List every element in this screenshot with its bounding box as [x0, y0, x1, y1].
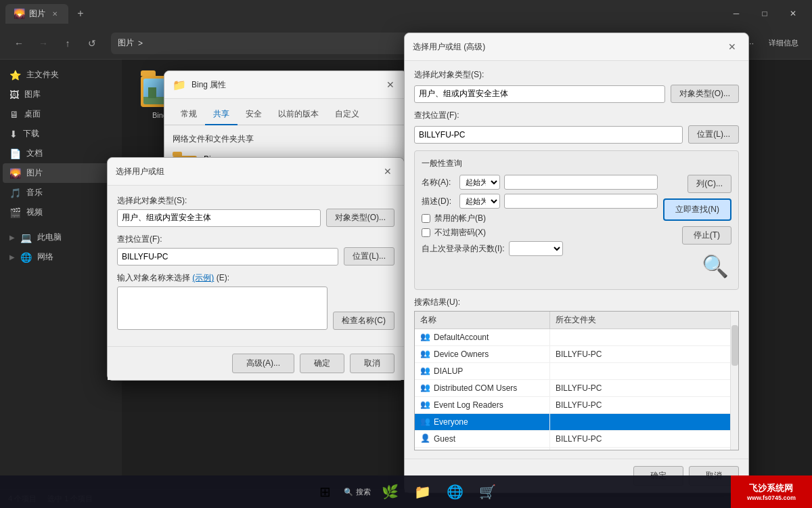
tab-custom[interactable]: 自定义 [327, 104, 367, 125]
name-query-row: 名称(A): 起始为 [422, 175, 658, 190]
days-select[interactable] [509, 241, 563, 256]
result-location-distributedcom: BILLYFU-PC [550, 380, 730, 396]
result-name-guest: 👤 Guest [415, 431, 550, 447]
adv-location-value: BILLYFU-PC [414, 126, 683, 144]
name-select[interactable]: 起始为 [459, 175, 500, 190]
start-btn[interactable]: ⊞ [311, 478, 338, 505]
taskbar-app3[interactable]: 🌐 [441, 478, 468, 505]
sidebar-item-documents[interactable]: 📄 文档 [3, 144, 119, 163]
taskbar-app2[interactable]: 📁 [409, 478, 436, 505]
user-group-icon: 👥 [420, 417, 431, 427]
select-user-body: 选择此对象类型(S): 用户、组或内置安全主体 对象类型(O)... 查找位置(… [108, 186, 404, 346]
new-tab-btn[interactable]: + [71, 4, 90, 23]
select-user-title-bar: 选择用户或组 ✕ [108, 158, 404, 186]
close-btn[interactable]: ✕ [780, 4, 807, 23]
tab-close-btn[interactable]: ✕ [49, 8, 60, 19]
object-type-label: 选择此对象类型(S): [117, 195, 394, 207]
result-row-deviceowners[interactable]: 👥 Device Owners BILLYFU-PC [415, 346, 730, 363]
name-input[interactable] [504, 175, 658, 190]
results-scrollbar[interactable] [730, 312, 738, 450]
taskbar: ⊞ 🔍 搜索 🌿 📁 🌐 🛒 ▲ 中 飞沙系统网 www.fs0745.com [0, 475, 812, 508]
sidebar-label-home: 主文件夹 [26, 69, 59, 81]
object-type-btn[interactable]: 对象类型(O)... [326, 209, 394, 227]
detail-btn[interactable]: 详细信息 [763, 33, 804, 54]
advanced-body: 选择此对象类型(S): 用户、组或内置安全主体 对象类型(O)... 查找位置(… [405, 61, 748, 459]
sidebar-label-desktop: 桌面 [24, 108, 41, 120]
explorer-tab[interactable]: 🌄 图片 ✕ [5, 4, 68, 24]
videos-icon: 🎬 [9, 207, 21, 218]
col-btn[interactable]: 列(C)... [687, 175, 731, 193]
user-group-icon: 👥 [420, 366, 431, 377]
downloads-icon: ⬇ [9, 129, 18, 140]
result-row-dialup[interactable]: 👥 DIALUP [415, 363, 730, 380]
result-row-defaultaccount[interactable]: 👥 DefaultAccount [415, 329, 730, 346]
sidebar-item-home[interactable]: ⭐ 主文件夹 [3, 65, 119, 85]
address-text: 图片 [118, 37, 134, 49]
forward-btn[interactable]: → [32, 33, 54, 54]
result-row-everyone[interactable]: 👥 Everyone [415, 414, 730, 431]
sidebar-item-videos[interactable]: 🎬 视频 [3, 203, 119, 222]
desc-input[interactable] [504, 194, 658, 209]
refresh-btn[interactable]: ↺ [81, 33, 103, 54]
advanced-close-btn[interactable]: ✕ [724, 39, 740, 55]
adv-location-btn[interactable]: 位置(L)... [688, 125, 739, 144]
result-row-eventlog[interactable]: 👥 Event Log Readers BILLYFU-PC [415, 397, 730, 414]
select-user-close[interactable]: ✕ [380, 163, 396, 179]
taskbar-app4[interactable]: 🛒 [474, 478, 501, 505]
stop-btn[interactable]: 停止(T) [682, 226, 731, 245]
sidebar-item-downloads[interactable]: ⬇ 下载 [3, 124, 119, 144]
taskbar-app1[interactable]: 🌿 [376, 478, 403, 505]
maximize-btn[interactable]: □ [751, 4, 778, 23]
sidebar-item-pictures[interactable]: 🌄 图片 [3, 163, 119, 183]
results-label: 搜索结果(U): [414, 297, 739, 308]
adv-object-type-btn[interactable]: 对象类型(O)... [671, 85, 739, 103]
sidebar-item-gallery[interactable]: 🖼 图库 [3, 85, 119, 104]
disabled-accounts-checkbox[interactable] [422, 214, 430, 223]
non-expiring-checkbox[interactable] [422, 228, 430, 237]
sidebar-label-computer: 此电脑 [37, 232, 62, 243]
result-row-guests[interactable]: 👥 Guests BILLYFU-PC [415, 448, 730, 450]
search-label: 🔍 搜索 [344, 487, 370, 497]
adv-object-type-value: 用户、组或内置安全主体 [414, 85, 665, 103]
brand-logo: 飞沙系统网 www.fs0745.com [731, 475, 812, 508]
up-btn[interactable]: ↑ [57, 33, 78, 54]
sidebar-item-computer[interactable]: ▶ 💻 此电脑 [3, 228, 119, 247]
ok-btn[interactable]: 确定 [300, 354, 344, 373]
sidebar-label-pictures: 图片 [26, 167, 43, 179]
music-icon: 🎵 [9, 188, 21, 198]
brand-name: 飞沙系统网 [749, 482, 793, 494]
desktop-icon: 🖥 [9, 109, 19, 120]
enter-row: 检查名称(C) [117, 287, 394, 330]
tab-security[interactable]: 安全 [238, 104, 270, 125]
result-row-guest[interactable]: 👤 Guest BILLYFU-PC [415, 431, 730, 448]
advanced-btn[interactable]: 高级(A)... [232, 354, 294, 373]
bing-dialog-close[interactable]: ✕ [382, 77, 399, 93]
result-location-defaultaccount [550, 329, 730, 345]
result-name-dialup: 👥 DIALUP [415, 363, 550, 379]
minimize-btn[interactable]: ─ [723, 4, 750, 23]
adv-object-type-label: 选择此对象类型(S): [414, 69, 739, 81]
check-name-btn[interactable]: 检查名称(C) [333, 312, 394, 330]
non-expiring-row: 不过期密码(X) [422, 227, 658, 238]
location-btn[interactable]: 位置(L)... [344, 247, 394, 266]
sidebar-item-music[interactable]: 🎵 音乐 [3, 183, 119, 203]
sidebar-item-network[interactable]: ▶ 🌐 网络 [3, 247, 119, 267]
adv-location-row: BILLYFU-PC 位置(L)... [414, 125, 739, 144]
result-row-distributedcom[interactable]: 👥 Distributed COM Users BILLYFU-PC [415, 380, 730, 397]
result-name-eventlog: 👥 Event Log Readers [415, 397, 550, 413]
example-link[interactable]: (示例) [192, 273, 214, 282]
tab-previous[interactable]: 以前的版本 [270, 104, 327, 125]
back-btn[interactable]: ← [8, 33, 30, 54]
search-now-btn[interactable]: 立即查找(N) [663, 198, 731, 221]
cancel-btn[interactable]: 取消 [350, 354, 394, 373]
enter-textarea[interactable] [117, 287, 328, 330]
sidebar-item-desktop[interactable]: 🖥 桌面 [3, 104, 119, 124]
col-name-header: 名称 [415, 312, 550, 329]
search-btn[interactable]: 🔍 搜索 [344, 478, 371, 505]
tab-share[interactable]: 共享 [205, 104, 238, 125]
select-user-footer: 高级(A)... 确定 取消 [108, 346, 404, 380]
tab-general[interactable]: 常规 [173, 104, 205, 125]
user-group-icon: 👥 [420, 400, 431, 410]
desc-select[interactable]: 起始为 [459, 194, 500, 209]
result-name-deviceowners: 👥 Device Owners [415, 346, 550, 362]
